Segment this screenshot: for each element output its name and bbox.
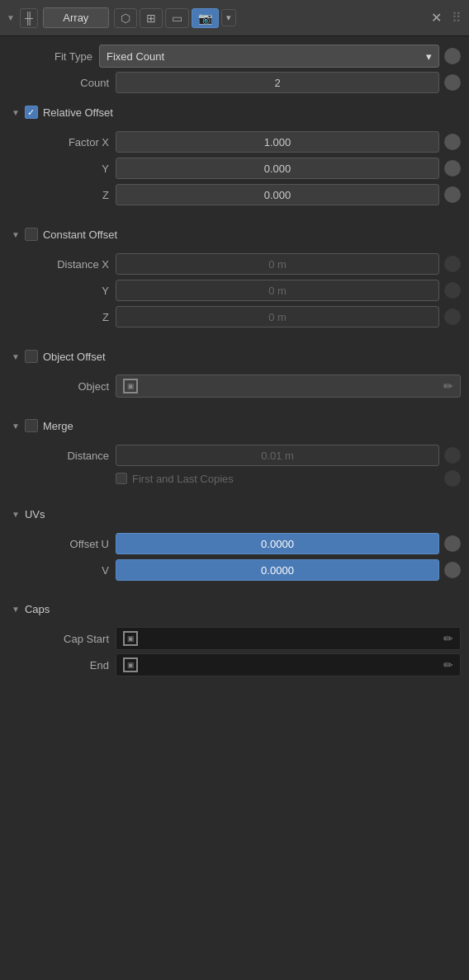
distance-x-dot	[444, 256, 461, 272]
distance-z-row: Z 0 m	[8, 305, 461, 328]
distance-x-row: Distance X 0 m	[8, 252, 461, 276]
constant-offset-header[interactable]: ▼ Constant Offset	[8, 223, 461, 246]
cap-start-eyedropper-icon[interactable]: ✏	[443, 632, 453, 645]
merge-body: Distance 0.01 m First and Last Copies	[8, 441, 461, 497]
factor-y-label: Y	[8, 163, 116, 175]
factor-z-row: Z 0.000	[8, 183, 461, 206]
uvs-title: UVs	[25, 508, 45, 521]
relative-offset-body: Factor X 1.000 Y 0.000 Z 0.000	[8, 127, 461, 216]
first-last-dot	[444, 470, 461, 487]
count-label: Count	[8, 77, 116, 89]
merge-distance-field: 0.01 m	[116, 445, 439, 466]
factor-z-dot[interactable]	[444, 186, 461, 203]
options-dots[interactable]: ⠿	[452, 10, 462, 26]
object-field[interactable]: ▣ ✏	[116, 375, 461, 398]
viewport-icon[interactable]: ▭	[165, 8, 189, 28]
cap-end-row: End ▣ ✏	[8, 653, 461, 676]
fit-type-label: Fit Type	[8, 50, 99, 63]
eyedropper-icon[interactable]: ✏	[443, 379, 453, 393]
offset-v-label: V	[8, 564, 116, 577]
cap-start-box-icon: ▣	[123, 631, 138, 646]
uvs-header[interactable]: ▼ UVs	[8, 503, 461, 525]
constant-offset-title: Constant Offset	[43, 229, 117, 241]
tools-chevron[interactable]: ▾	[221, 9, 236, 26]
dropdown-chevron-icon: ▾	[426, 50, 432, 63]
bars-icon: ╫	[25, 12, 33, 25]
merge-triangle-icon: ▼	[12, 422, 20, 431]
distance-y-dot	[444, 282, 461, 299]
factor-y-dot[interactable]	[444, 160, 461, 177]
factor-x-field[interactable]: 1.000	[116, 131, 439, 153]
local-view-icon[interactable]: ⊞	[140, 8, 163, 28]
collapse-triangle-icon[interactable]: ▼	[7, 13, 15, 22]
relative-offset-header[interactable]: ▼ ✓ Relative Offset	[8, 101, 461, 124]
distance-x-field: 0 m	[116, 253, 439, 275]
caps-triangle-icon: ▼	[12, 605, 20, 614]
factor-x-row: Factor X 1.000	[8, 130, 461, 153]
object-row: Object ▣ ✏	[8, 375, 461, 398]
cap-start-label: Cap Start	[8, 633, 116, 645]
relative-offset-title: Relative Offset	[43, 106, 113, 119]
object-offset-triangle-icon: ▼	[12, 352, 20, 361]
camera-icon[interactable]: 📷	[192, 8, 219, 28]
array-title-button[interactable]: Array	[43, 7, 109, 28]
distance-z-label: Z	[8, 311, 116, 323]
view-mode-icons[interactable]: ╫	[20, 8, 38, 28]
constant-offset-body: Distance X 0 m Y 0 m Z 0 m	[8, 249, 461, 338]
relative-offset-checkbox[interactable]: ✓	[25, 106, 38, 119]
merge-distance-dot	[444, 447, 461, 464]
constant-offset-checkbox[interactable]	[25, 228, 38, 241]
properties-panel: Fit Type Fixed Count ▾ Count 2 ▼ ✓ Relat…	[0, 36, 469, 703]
relative-offset-triangle-icon: ▼	[12, 108, 20, 117]
offset-u-dot[interactable]	[444, 535, 461, 552]
cap-start-field[interactable]: ▣ ✏	[116, 627, 461, 650]
offset-v-field[interactable]: 0.0000	[116, 559, 439, 581]
fit-type-dropdown[interactable]: Fixed Count ▾	[99, 45, 439, 68]
distance-y-row: Y 0 m	[8, 279, 461, 302]
uvs-body: Offset U 0.0000 V 0.0000	[8, 529, 461, 591]
fit-type-dot[interactable]	[444, 48, 461, 64]
close-button[interactable]: ✕	[426, 7, 447, 29]
uvs-triangle-icon: ▼	[12, 510, 20, 519]
distance-z-dot	[444, 309, 461, 325]
offset-v-row: V 0.0000	[8, 558, 461, 582]
cap-end-box-icon: ▣	[123, 657, 138, 672]
offset-u-row: Offset U 0.0000	[8, 532, 461, 555]
factor-x-dot[interactable]	[444, 134, 461, 150]
first-last-label: First and Last Copies	[132, 473, 234, 485]
caps-header[interactable]: ▼ Caps	[8, 598, 461, 620]
offset-v-dot[interactable]	[444, 562, 461, 578]
object-offset-header[interactable]: ▼ Object Offset	[8, 345, 461, 368]
fit-type-value: Fixed Count	[107, 50, 164, 63]
merge-header[interactable]: ▼ Merge	[8, 414, 461, 437]
offset-u-field[interactable]: 0.0000	[116, 533, 439, 554]
cap-end-label: End	[8, 659, 116, 671]
first-last-row: First and Last Copies	[8, 470, 461, 487]
first-last-checkbox	[116, 473, 127, 484]
factor-y-field[interactable]: 0.000	[116, 158, 439, 179]
object-offset-title: Object Offset	[43, 351, 106, 363]
factor-z-field[interactable]: 0.000	[116, 184, 439, 205]
filter-icon[interactable]: ⬡	[114, 8, 137, 28]
fit-type-row: Fit Type Fixed Count ▾	[8, 45, 461, 68]
cap-end-eyedropper-icon[interactable]: ✏	[443, 658, 453, 671]
distance-z-field: 0 m	[116, 306, 439, 327]
distance-y-label: Y	[8, 285, 116, 297]
factor-y-row: Y 0.000	[8, 157, 461, 180]
merge-checkbox[interactable]	[25, 419, 38, 432]
merge-distance-label: Distance	[8, 450, 116, 462]
distance-x-label: Distance X	[8, 258, 116, 271]
factor-z-label: Z	[8, 189, 116, 201]
offset-u-label: Offset U	[8, 538, 116, 550]
header-tools: ⬡ ⊞ ▭ 📷 ▾	[114, 8, 236, 28]
object-box-icon: ▣	[123, 379, 138, 393]
merge-distance-row: Distance 0.01 m	[8, 444, 461, 467]
caps-body: Cap Start ▣ ✏ End ▣ ✏	[8, 624, 461, 686]
count-row: Count 2	[8, 71, 461, 94]
object-offset-checkbox[interactable]	[25, 350, 38, 363]
cap-start-row: Cap Start ▣ ✏	[8, 627, 461, 650]
cap-end-field[interactable]: ▣ ✏	[116, 653, 461, 676]
count-field[interactable]: 2	[116, 72, 439, 93]
header-bar: ▼ ╫ Array ⬡ ⊞ ▭ 📷 ▾ ✕ ⠿	[0, 0, 469, 36]
count-dot[interactable]	[444, 74, 461, 91]
